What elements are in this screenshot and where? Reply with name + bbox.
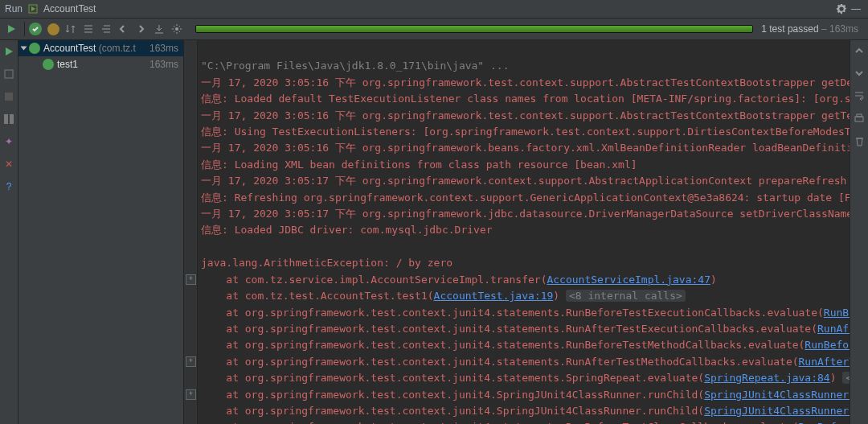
export-button[interactable] <box>150 20 168 38</box>
run-label: Run <box>5 3 23 14</box>
run-config-icon <box>26 2 40 16</box>
svg-rect-5 <box>10 114 14 124</box>
right-action-gutter <box>850 40 868 424</box>
tree-root-ctx: (com.tz.t <box>99 43 136 54</box>
show-ignored-button[interactable] <box>44 20 62 38</box>
stack-link[interactable]: RunAfterTestEx <box>817 323 850 335</box>
stack-link[interactable]: RunAfterTestMetho <box>799 356 850 368</box>
scroll-up-icon[interactable] <box>852 43 866 58</box>
log-line: 信息: Loading XML bean definitions from cl… <box>201 158 637 171</box>
show-passed-button[interactable] <box>27 20 44 38</box>
tree-child-row[interactable]: test1 163ms <box>18 56 183 72</box>
tree-root-time: 163ms <box>149 43 178 54</box>
fold-toggle[interactable]: + <box>186 274 196 285</box>
gear-icon[interactable] <box>834 2 849 16</box>
stack-line: at org.springframework.test.context.juni… <box>201 389 850 401</box>
log-line: 一月 17, 2020 3:05:17 下午 org.springframewo… <box>201 175 846 187</box>
internal-calls-badge[interactable]: <8 internal calls> <box>566 290 686 302</box>
chevron-down-icon <box>21 47 27 51</box>
rerun-failed-icon[interactable] <box>2 43 16 60</box>
print-icon[interactable] <box>852 111 866 126</box>
log-line: 信息: Loaded default TestExecutionListener… <box>201 93 850 105</box>
internal-calls-badge[interactable]: <1 interna <box>842 372 850 384</box>
prev-failed-button[interactable] <box>115 20 133 38</box>
close-icon[interactable]: ✕ <box>2 156 16 172</box>
fold-toggle[interactable]: + <box>186 356 196 367</box>
log-line: 一月 17, 2020 3:05:16 下午 org.springframewo… <box>201 109 850 121</box>
stack-link[interactable]: RunBeforeTestMet <box>805 339 850 351</box>
svg-rect-7 <box>857 114 862 117</box>
log-line: 信息: Refreshing org.springframework.conte… <box>201 191 850 204</box>
console-output[interactable]: "C:\Program Files\Java\jdk1.8.0_171\bin\… <box>198 40 850 424</box>
collapse-all-button[interactable] <box>97 20 115 38</box>
toggle-auto-icon[interactable] <box>2 66 16 82</box>
fold-toggle[interactable]: + <box>186 389 196 400</box>
title-bar: Run AccountTest — <box>0 0 868 19</box>
svg-rect-3 <box>5 93 13 101</box>
test-pass-icon <box>43 59 54 70</box>
svg-rect-2 <box>5 70 13 78</box>
test-toolbar: 1 test passed – 163ms <box>0 19 868 40</box>
fold-gutter: + + + <box>184 40 198 424</box>
test-status-text: 1 test passed – 163ms <box>761 23 858 35</box>
stack-line: at com.tz.service.impl.AccountServiceImp… <box>201 274 717 286</box>
left-action-gutter: ✦ ✕ ? <box>0 40 18 424</box>
stack-line: at org.springframework.test.context.juni… <box>201 421 850 424</box>
clear-icon[interactable] <box>852 134 866 148</box>
help-icon[interactable]: ? <box>2 179 16 195</box>
log-line: 一月 17, 2020 3:05:16 下午 org.springframewo… <box>201 142 850 154</box>
sort-button[interactable] <box>62 20 80 38</box>
log-line: 一月 17, 2020 3:05:16 下午 org.springframewo… <box>201 76 850 89</box>
stack-link[interactable]: AccountTest.java:19 <box>434 290 554 302</box>
svg-point-1 <box>175 27 178 31</box>
stack-link[interactable]: SpringJUnit4ClassRunner.java:251 <box>704 389 850 401</box>
tree-child-time: 163ms <box>149 59 178 70</box>
rerun-button[interactable] <box>2 19 21 39</box>
window-title: AccountTest <box>43 3 96 14</box>
svg-rect-4 <box>4 114 8 124</box>
stack-link[interactable]: RunBeforeTestCla <box>799 421 850 424</box>
soft-wrap-icon[interactable] <box>852 89 866 103</box>
log-line: 信息: Loaded JDBC driver: com.mysql.jdbc.D… <box>201 224 493 236</box>
stack-link[interactable]: SpringRepeat.java:84 <box>704 372 830 384</box>
log-line: 信息: Using TestExecutionListeners: [org.s… <box>201 126 850 138</box>
tree-root-name: AccountTest <box>43 43 96 54</box>
stack-link[interactable]: RunBeforeTest <box>824 307 850 319</box>
cmd-line: "C:\Program Files\Java\jdk1.8.0_171\bin\… <box>201 60 510 72</box>
tree-root-row[interactable]: AccountTest (com.tz.t 163ms <box>18 40 183 56</box>
stack-line: at org.springframework.test.context.juni… <box>201 307 850 319</box>
svg-rect-6 <box>855 117 863 121</box>
test-pass-icon <box>29 43 40 54</box>
tree-child-name: test1 <box>57 59 78 70</box>
expand-all-button[interactable] <box>80 20 97 38</box>
stack-line: at org.springframework.test.context.juni… <box>201 323 850 335</box>
settings-button[interactable] <box>168 20 186 38</box>
stack-link[interactable]: SpringJUnit4ClassRunner.java:97 <box>704 405 850 417</box>
stop-icon[interactable] <box>2 89 16 105</box>
exception-line: java.lang.ArithmeticException: / by zero <box>201 257 452 269</box>
test-tree[interactable]: AccountTest (com.tz.t 163ms test1 163ms <box>18 40 184 424</box>
scroll-down-icon[interactable] <box>852 66 866 80</box>
layout-icon[interactable] <box>2 111 16 127</box>
stack-line: at com.tz.test.AccountTest.test1(Account… <box>201 290 686 302</box>
minimize-icon[interactable]: — <box>849 2 863 16</box>
stack-line: at org.springframework.test.context.juni… <box>201 356 850 368</box>
stack-line: at org.springframework.test.context.juni… <box>201 339 850 351</box>
stack-link[interactable]: AccountServiceImpl.java:47 <box>547 274 710 286</box>
stack-line: at org.springframework.test.context.juni… <box>201 372 850 384</box>
next-failed-button[interactable] <box>133 20 150 38</box>
test-progress-bar <box>195 25 753 33</box>
log-line: 一月 17, 2020 3:05:17 下午 org.springframewo… <box>201 208 850 220</box>
pin-icon[interactable]: ✦ <box>2 134 16 150</box>
stack-line: at org.springframework.test.context.juni… <box>201 405 850 417</box>
